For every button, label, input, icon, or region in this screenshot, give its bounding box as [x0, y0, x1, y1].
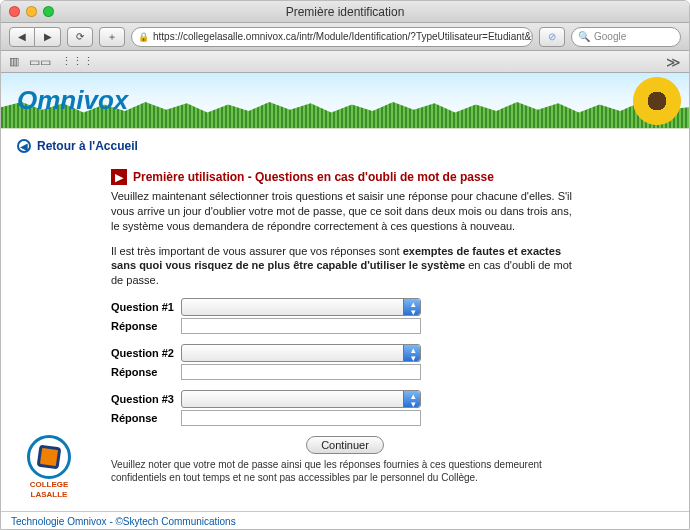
question-group-2: Question #2 ▴▾ Réponse: [111, 344, 579, 380]
question-3-label: Question #3: [111, 393, 181, 405]
reader-button[interactable]: ⊘: [539, 27, 565, 47]
question-2-label: Question #2: [111, 347, 181, 359]
question-2-select[interactable]: ▴▾: [181, 344, 421, 362]
answer-2-label: Réponse: [111, 366, 181, 378]
url-text: https://collegelasalle.omnivox.ca/intr/M…: [153, 31, 533, 42]
expand-icon[interactable]: ≫: [666, 54, 681, 70]
back-button[interactable]: ◀: [9, 27, 35, 47]
sunflower-icon: [633, 77, 681, 125]
omnivox-logo: Omnivox: [17, 85, 128, 116]
zoom-icon[interactable]: [43, 6, 54, 17]
page-viewport: Omnivox ◀ Retour à l'Accueil ▶ Première …: [1, 73, 689, 530]
forward-button[interactable]: ▶: [35, 27, 61, 47]
show-bookmarks-icon[interactable]: ▥: [9, 55, 19, 68]
college-lasalle-logo: COLLEGE LASALLE: [23, 435, 75, 499]
search-icon: 🔍: [578, 31, 590, 42]
search-input[interactable]: 🔍 Google: [571, 27, 681, 47]
bookmarks-bar: ▥ ▭▭ ⋮⋮⋮ ≫: [1, 51, 689, 73]
open-book-icon[interactable]: ▭▭: [29, 55, 51, 69]
search-placeholder: Google: [594, 31, 626, 42]
answer-1-input[interactable]: [181, 318, 421, 334]
continue-button[interactable]: Continuer: [306, 436, 384, 454]
window-titlebar: Première identification: [1, 1, 689, 23]
add-bookmark-button[interactable]: ＋: [99, 27, 125, 47]
reload-button[interactable]: ⟳: [67, 27, 93, 47]
back-arrow-icon[interactable]: ◀: [17, 139, 31, 153]
site-banner: Omnivox: [1, 73, 689, 129]
url-bar[interactable]: 🔒 https://collegelasalle.omnivox.ca/intr…: [131, 27, 533, 47]
question-group-3: Question #3 ▴▾ Réponse: [111, 390, 579, 426]
browser-toolbar: ◀ ▶ ⟳ ＋ 🔒 https://collegelasalle.omnivox…: [1, 23, 689, 51]
intro-paragraph: Veuillez maintenant sélectionner trois q…: [111, 189, 579, 234]
window-title: Première identification: [9, 5, 681, 19]
answer-3-label: Réponse: [111, 412, 181, 424]
return-home-link[interactable]: Retour à l'Accueil: [37, 139, 138, 153]
confidentiality-note: Veuillez noter que votre mot de passe ai…: [111, 458, 579, 484]
grid-icon[interactable]: ⋮⋮⋮: [61, 55, 94, 68]
answer-3-input[interactable]: [181, 410, 421, 426]
question-1-label: Question #1: [111, 301, 181, 313]
warning-paragraph: Il est très important de vous assurer qu…: [111, 244, 579, 289]
page-heading: Première utilisation - Questions en cas …: [133, 170, 494, 184]
close-icon[interactable]: [9, 6, 20, 17]
footer-tech-credit: Technologie Omnivox - ©Skytech Communica…: [1, 511, 689, 530]
question-group-1: Question #1 ▴▾ Réponse: [111, 298, 579, 334]
question-1-select[interactable]: ▴▾: [181, 298, 421, 316]
minimize-icon[interactable]: [26, 6, 37, 17]
main-content: ▶ Première utilisation - Questions en ca…: [1, 163, 689, 494]
lock-icon: 🔒: [138, 32, 149, 42]
answer-2-input[interactable]: [181, 364, 421, 380]
section-arrow-icon: ▶: [111, 169, 127, 185]
question-3-select[interactable]: ▴▾: [181, 390, 421, 408]
answer-1-label: Réponse: [111, 320, 181, 332]
